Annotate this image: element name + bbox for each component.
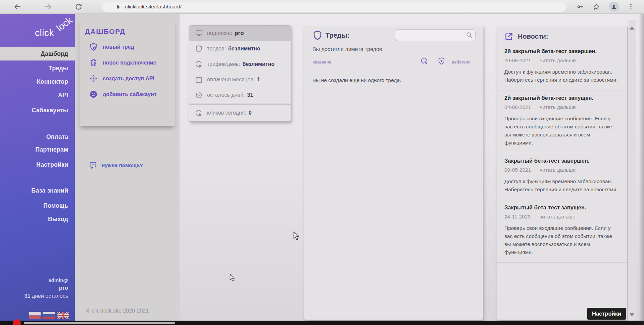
calendar-icon xyxy=(195,76,203,84)
paid-months-label: оплачено месяцев: xyxy=(207,77,255,83)
news-item-body: Доступ к функциям временно заблокирован.… xyxy=(504,177,620,194)
external-link-icon xyxy=(504,32,513,41)
news-item-title: Закрытый бета-тест завершен. xyxy=(504,158,620,164)
refresh-icon[interactable] xyxy=(75,3,83,11)
read-more-link[interactable]: читать дальше xyxy=(540,167,576,173)
paid-months-row: оплачено месяцев: 1 xyxy=(189,72,291,87)
mouse-cursor-ghost xyxy=(230,274,236,282)
clock-history-icon xyxy=(195,91,203,99)
bookmark-star-icon[interactable] xyxy=(592,3,600,11)
traffic-label: трафик/день: xyxy=(207,61,240,67)
polish-flag-icon[interactable] xyxy=(29,312,41,319)
url-text[interactable]: clicklock.site/dashboard/ xyxy=(125,4,182,10)
sidebar: click lock Дашборд Треды Коннектор API С… xyxy=(0,13,75,325)
dashboard-column: ДАШБОРД новый тред новое подключение соз… xyxy=(75,13,180,325)
column-header-name: название xyxy=(312,59,331,65)
news-item-title: 2й закрытый бета-тест запущен. xyxy=(504,95,620,101)
scroll-up-arrow[interactable] xyxy=(630,26,634,30)
sidebar-item-api[interactable]: API xyxy=(0,90,75,100)
browser-menu-icon[interactable] xyxy=(627,3,635,11)
create-api-access-button[interactable]: создать доступ API xyxy=(89,71,172,86)
sidebar-user-info: admin@ pro 31 дней осталось xyxy=(0,277,75,300)
english-flag-icon[interactable] xyxy=(57,312,69,319)
read-more-link[interactable]: читать дальше xyxy=(540,57,576,64)
new-connection-label: новое подключение xyxy=(103,60,156,66)
news-item-body: Проверь свои входящие сообщения. Если у … xyxy=(504,115,620,147)
threads-limit-label: тредов: xyxy=(207,46,226,52)
browser-toolbar: clicklock.site/dashboard/ xyxy=(0,0,644,14)
settings-tooltip: Настройки xyxy=(587,308,626,320)
read-more-link[interactable]: читать дальше xyxy=(539,214,575,220)
video-progress-bar[interactable] xyxy=(24,322,175,324)
threads-limit-row: тредов: безлимитно xyxy=(189,41,291,56)
news-item: Закрытый бета-тест завершен. 09-05-2021ч… xyxy=(497,153,627,200)
threads-search-input[interactable] xyxy=(399,31,464,40)
table-divider xyxy=(304,70,483,70)
russian-flag-icon[interactable] xyxy=(43,312,55,319)
traffic-row: трафик/день: безлимитно xyxy=(189,56,291,72)
user-days-left: 31 дней осталось xyxy=(0,292,68,300)
back-icon[interactable] xyxy=(13,3,21,11)
news-item-title: 2й закрытый бета-тест завершен. xyxy=(504,48,620,54)
address-bar[interactable]: clicklock.site/dashboard/ xyxy=(102,2,566,12)
news-item-date: 20-09-2021 xyxy=(504,57,531,64)
sidebar-item-payment[interactable]: Оплата xyxy=(0,132,75,142)
new-connection-button[interactable]: новое подключение xyxy=(89,55,172,71)
read-more-link[interactable]: читать дальше xyxy=(540,104,576,110)
clicks-today-label: кликов сегодня: xyxy=(207,110,246,116)
threads-search-box xyxy=(395,29,476,41)
news-item: 2й закрытый бета-тест запущен. 04-08-202… xyxy=(497,90,627,153)
sidebar-item-subaccounts[interactable]: Сабакаунты xyxy=(0,105,75,115)
create-api-access-label: создать доступ API xyxy=(103,76,154,82)
shield-star-column-icon xyxy=(438,57,445,65)
sidebar-item-connector[interactable]: Коннектор xyxy=(0,77,75,87)
mouse-cursor xyxy=(293,231,300,241)
logo-part-lock: lock xyxy=(55,15,75,34)
threads-title: Треды: xyxy=(326,32,349,39)
dashboard-actions-card: ДАШБОРД новый тред новое подключение соз… xyxy=(80,19,175,126)
profile-avatar[interactable] xyxy=(609,2,619,12)
forward-icon[interactable] xyxy=(44,3,52,11)
sidebar-item-help[interactable]: Помощь xyxy=(0,201,75,211)
video-scrubber-dot[interactable] xyxy=(13,319,21,325)
news-item-date: 04-08-2021 xyxy=(504,104,531,110)
key-icon[interactable] xyxy=(577,3,584,10)
sidebar-item-threads[interactable]: Треды xyxy=(0,63,75,73)
page-scrollbar[interactable] xyxy=(628,20,636,321)
puzzle-icon xyxy=(89,58,98,67)
sidebar-item-partners[interactable]: Партнерам xyxy=(0,145,75,155)
scroll-down-arrow[interactable] xyxy=(630,313,634,317)
sidebar-item-knowledge-base[interactable]: База знаний xyxy=(0,186,75,196)
days-left-row: осталось дней: 31 xyxy=(189,87,291,103)
need-help-label: нужна помощь? xyxy=(102,162,143,168)
shield-icon xyxy=(312,30,323,40)
threads-panel: Треды: Вы достигли лимита тредов названи… xyxy=(304,26,483,320)
news-item-body: Доступ к функциям временно заблокирован.… xyxy=(504,68,620,84)
add-subaccount-button[interactable]: добавить сабакаунт xyxy=(89,86,172,102)
smiley-icon xyxy=(89,90,98,98)
new-thread-button[interactable]: новый тред xyxy=(89,39,172,55)
clicklock-logo[interactable]: click lock xyxy=(0,13,75,50)
sidebar-item-settings[interactable]: Настройки xyxy=(0,160,75,170)
cursor-click-icon xyxy=(195,109,203,117)
search-icon[interactable] xyxy=(465,31,473,39)
news-item: Закрытый бета-тест запущен. 24-11-2020чи… xyxy=(497,200,627,263)
url-path: /dashboard/ xyxy=(154,4,182,9)
days-left-label: осталось дней: xyxy=(207,92,245,98)
shield-plus-icon xyxy=(89,43,98,51)
new-thread-label: новый тред xyxy=(103,44,134,50)
need-help-button[interactable]: нужна помощь? xyxy=(89,159,143,172)
subscription-header: подписка: pro xyxy=(189,26,291,41)
days-left-value: 31 xyxy=(247,92,253,98)
user-plan: pro xyxy=(0,284,68,292)
news-item-title: Закрытый бета-тест запущен. xyxy=(504,204,620,211)
right-edge-vignette xyxy=(639,0,644,325)
cursor-click-icon xyxy=(195,60,203,68)
sidebar-item-dashboard[interactable]: Дашборд xyxy=(0,47,75,60)
sidebar-item-logout[interactable]: Выход xyxy=(0,214,75,224)
shield-icon xyxy=(195,45,203,53)
news-panel: Новости: 2й закрытый бета-тест завершен.… xyxy=(497,26,628,320)
chat-plus-icon xyxy=(89,161,97,169)
lock-icon[interactable] xyxy=(115,4,121,10)
traffic-value: безлимитно xyxy=(243,61,275,67)
